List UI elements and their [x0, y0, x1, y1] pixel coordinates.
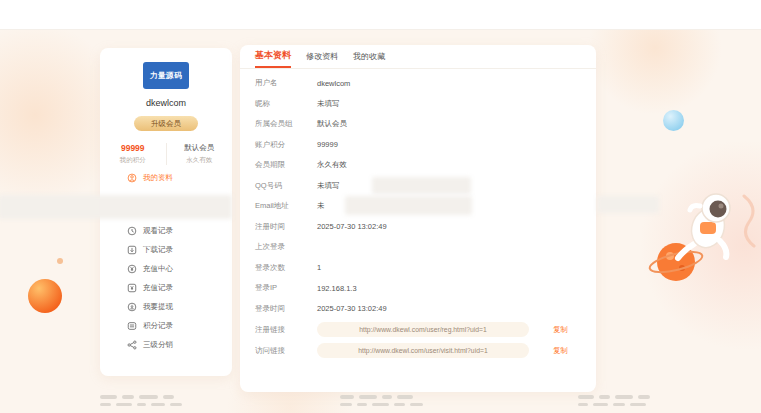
- sidebar-item-watch-history[interactable]: 观看记录: [100, 221, 232, 240]
- blurred-region-sidebar: [0, 195, 232, 219]
- blurred-region-email: [345, 196, 472, 215]
- stat-points-value: 99999: [100, 143, 166, 153]
- field-value: 未填写: [317, 181, 340, 191]
- form-row-username: 用户名 dkewlcom: [255, 73, 584, 94]
- copy-register-link-button[interactable]: 复制: [553, 325, 568, 335]
- sidebar-item-label: 充值中心: [143, 264, 173, 274]
- field-label: 会员期限: [255, 160, 317, 170]
- upgrade-membership-button[interactable]: 升级会员: [134, 116, 198, 131]
- form-row-login-count: 登录次数 1: [255, 258, 584, 279]
- sidebar-item-label: 下载记录: [143, 245, 173, 255]
- astronaut-illustration: [648, 166, 758, 290]
- field-value: 99999: [317, 140, 338, 149]
- field-value: dkewlcom: [317, 79, 350, 88]
- form-row-login-ip: 登录IP 192.168.1.3: [255, 278, 584, 299]
- download-icon: [127, 245, 137, 255]
- stat-points-label: 我的积分: [100, 156, 166, 165]
- recharge-icon: [127, 264, 137, 274]
- blurred-region-right: [597, 196, 659, 213]
- footer-links-blurred: [100, 395, 182, 406]
- field-label: 账户积分: [255, 140, 317, 150]
- clock-icon: [127, 226, 137, 236]
- sidebar-item-recharge-center[interactable]: 充值中心: [100, 259, 232, 278]
- form-row-points: 账户积分 99999: [255, 135, 584, 156]
- sidebar-item-recharge-history[interactable]: 充值记录: [100, 278, 232, 297]
- field-label: 用户名: [255, 78, 317, 88]
- visit-link-field[interactable]: http://www.dkewl.com/user/visit.html?uid…: [317, 343, 529, 358]
- profile-form: 用户名 dkewlcom 昵称 未填写 所属会员组 默认会员 账户积分 9999…: [255, 73, 584, 361]
- field-label: QQ号码: [255, 181, 317, 191]
- form-row-nickname: 昵称 未填写: [255, 94, 584, 115]
- tab-my-favorites[interactable]: 我的收藏: [353, 51, 385, 68]
- footer-links-blurred: [578, 395, 650, 406]
- form-row-login-time: 登录时间 2025-07-30 13:02:49: [255, 299, 584, 320]
- recharge-record-icon: [127, 283, 137, 293]
- form-row-last-login: 上次登录: [255, 237, 584, 258]
- tab-edit-info[interactable]: 修改资料: [306, 51, 338, 68]
- field-label: 所属会员组: [255, 119, 317, 129]
- form-row-register-link: 注册链接 http://www.dkewl.com/user/reg.html?…: [255, 319, 584, 340]
- field-value: 默认会员: [317, 119, 347, 129]
- field-value: 2025-07-30 13:02:49: [317, 222, 387, 231]
- field-label: 注册时间: [255, 222, 317, 232]
- profile-main-card: 基本资料 修改资料 我的收藏 用户名 dkewlcom 昵称 未填写 所属会员组…: [240, 45, 596, 392]
- sidebar-item-label: 积分记录: [143, 321, 173, 331]
- field-value: 永久有效: [317, 160, 347, 170]
- decor-blue-circle: [663, 110, 684, 131]
- user-icon: [127, 173, 137, 183]
- blurred-region-qq: [372, 177, 471, 194]
- field-label: 注册链接: [255, 325, 317, 335]
- field-label: 访问链接: [255, 346, 317, 356]
- field-label: 上次登录: [255, 242, 317, 252]
- field-label: 昵称: [255, 99, 317, 109]
- sidebar-item-label: 充值记录: [143, 283, 173, 293]
- sidebar-item-label: 三级分销: [143, 340, 173, 350]
- stat-points: 99999 我的积分: [100, 143, 166, 165]
- form-row-visit-link: 访问链接 http://www.dkewl.com/user/visit.htm…: [255, 340, 584, 361]
- field-value: 192.168.1.3: [317, 284, 357, 293]
- form-row-member-term: 会员期限 永久有效: [255, 155, 584, 176]
- stat-membership: 默认会员 永久有效: [166, 143, 233, 165]
- field-value: 2025-07-30 13:02:49: [317, 304, 387, 313]
- copy-visit-link-button[interactable]: 复制: [553, 346, 568, 356]
- sidebar-item-label: 观看记录: [143, 226, 173, 236]
- field-value: 未填写: [317, 99, 340, 109]
- stat-membership-label: 永久有效: [167, 156, 233, 165]
- field-label: 登录时间: [255, 304, 317, 314]
- sidebar-item-my-profile[interactable]: 我的资料: [100, 168, 232, 187]
- decor-small-dot: [57, 258, 63, 264]
- share-icon: [127, 340, 137, 350]
- sidebar-item-points-history[interactable]: 积分记录: [100, 316, 232, 335]
- withdraw-icon: [127, 302, 137, 312]
- register-link-field[interactable]: http://www.dkewl.com/user/reg.html?uid=1: [317, 322, 529, 337]
- field-value: 1: [317, 263, 321, 272]
- field-label: 登录IP: [255, 283, 317, 293]
- form-row-register-time: 注册时间 2025-07-30 13:02:49: [255, 217, 584, 238]
- profile-avatar: 力量源码: [143, 62, 189, 89]
- field-label: 登录次数: [255, 263, 317, 273]
- sidebar-item-label: 我要提现: [143, 302, 173, 312]
- stat-membership-value: 默认会员: [167, 143, 233, 153]
- points-icon: [127, 321, 137, 331]
- form-row-member-group: 所属会员组 默认会员: [255, 114, 584, 135]
- field-label: Email地址: [255, 201, 317, 211]
- footer-links-blurred: [340, 395, 423, 406]
- profile-username: dkewlcom: [100, 98, 232, 108]
- sidebar-item-label: 我的资料: [143, 173, 173, 183]
- sidebar-item-download-history[interactable]: 下载记录: [100, 240, 232, 259]
- decor-orange-circle: [28, 279, 62, 313]
- sidebar-item-distribution[interactable]: 三级分销: [100, 335, 232, 354]
- top-bar: [0, 0, 761, 30]
- field-value: 未: [317, 201, 325, 211]
- profile-tabs: 基本资料 修改资料 我的收藏: [240, 45, 596, 69]
- profile-stats: 99999 我的积分 默认会员 永久有效: [100, 143, 232, 165]
- sidebar-item-withdraw[interactable]: 我要提现: [100, 297, 232, 316]
- tab-basic-info[interactable]: 基本资料: [255, 49, 291, 68]
